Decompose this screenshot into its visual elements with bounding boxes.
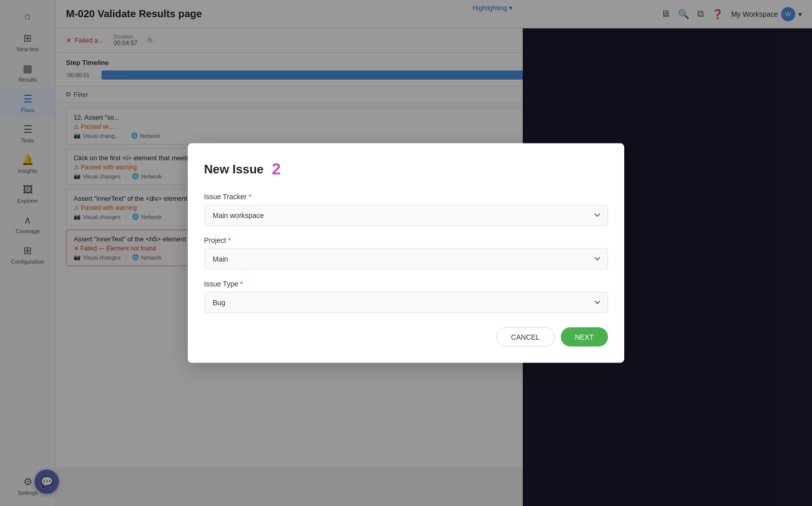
modal-title: New Issue [204,162,263,176]
project-label: Project * [204,236,608,244]
modal-footer: CANCEL NEXT [204,328,608,347]
project-field: Project * Main [204,236,608,270]
required-marker: * [226,236,231,244]
next-button[interactable]: NEXT [561,328,608,347]
issue-tracker-select[interactable]: Main workspace [204,205,608,226]
required-marker: * [247,193,251,201]
issue-type-field: Issue Type * Bug [204,280,608,313]
modal-header: New Issue 2 [204,160,608,178]
new-issue-modal: New Issue 2 Issue Tracker * Main workspa… [188,143,624,363]
cancel-button[interactable]: CANCEL [496,328,555,347]
issue-type-select[interactable]: Bug [204,292,608,313]
issue-tracker-field: Issue Tracker * Main workspace [204,193,608,226]
required-marker: * [238,280,243,288]
issue-type-label: Issue Type * [204,280,608,288]
issue-tracker-label: Issue Tracker * [204,193,608,201]
modal-step-number: 2 [272,160,281,178]
project-select[interactable]: Main [204,248,608,270]
